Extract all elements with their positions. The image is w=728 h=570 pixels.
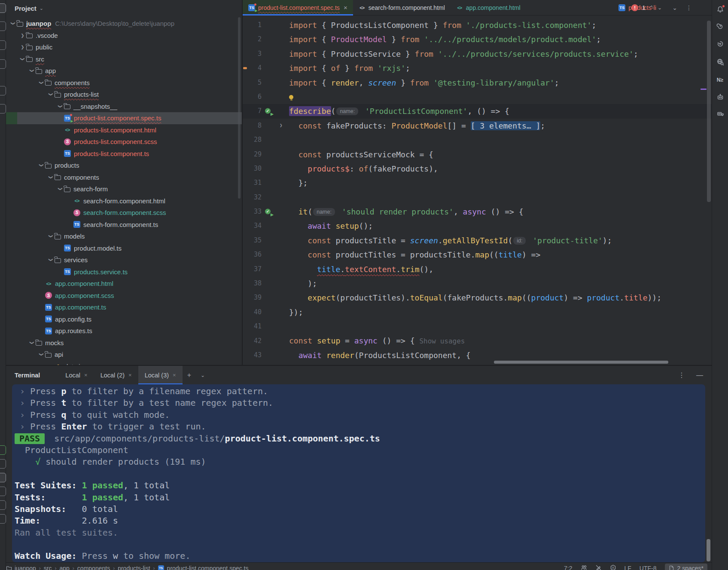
close-icon[interactable]: × <box>173 372 176 378</box>
tree-row[interactable]: Ssearch-form.component.scss <box>6 207 242 219</box>
inspection-widget[interactable]: ! 1 ⌃ ⌄ <box>631 4 662 11</box>
tree-expand-icon[interactable]: ❯ <box>38 80 45 85</box>
editor-tab[interactable]: <>app.component.html <box>451 0 526 15</box>
more-tools-icon[interactable] <box>0 104 6 113</box>
terminal-tool-icon[interactable] <box>0 473 6 482</box>
copilot-robot-icon[interactable] <box>716 93 725 101</box>
editor-horizontal-scrollbar[interactable] <box>494 361 668 364</box>
tree-expand-icon[interactable]: ❯ <box>28 340 36 345</box>
tree-row[interactable]: Sproducts-list.component.scss <box>6 136 242 148</box>
pull-requests-tool-icon[interactable] <box>0 40 6 50</box>
terminal-tab[interactable]: Local× <box>59 366 94 384</box>
test-passed-run-icon[interactable]: ✓▶ <box>265 108 271 115</box>
readonly-toggle-icon[interactable] <box>595 564 602 570</box>
tree-expand-icon[interactable]: ❯ <box>9 21 17 26</box>
editor-line[interactable]: 30 products$: of(fakeProducts), <box>243 162 712 176</box>
editor-line[interactable]: 37 title.textContent.trim(), <box>243 262 712 276</box>
breadcrumb-file[interactable]: product-list.component.spec.ts <box>167 565 249 570</box>
tree-row[interactable]: ❯search-form <box>6 183 242 195</box>
tree-row[interactable]: ❯mocks <box>6 337 242 349</box>
tree-expand-icon[interactable]: ❯ <box>19 45 26 49</box>
editor-line[interactable]: 4import { of } from 'rxjs'; <box>243 61 712 75</box>
tree-row[interactable]: ❯app <box>6 65 242 77</box>
ai-assistant-icon[interactable] <box>716 22 725 31</box>
ai-chat-robot-icon[interactable] <box>716 109 725 118</box>
tree-row[interactable]: ❯juanpopC:\Users\dany\Desktop\to_delete\… <box>6 18 242 30</box>
breadcrumb-item[interactable]: products-list <box>118 565 150 570</box>
intention-bulb-icon[interactable] <box>289 95 293 99</box>
terminal-scrollbar[interactable] <box>707 539 710 561</box>
tree-row[interactable]: ❯.vscode <box>6 30 242 42</box>
code-analysis-icon[interactable]: A <box>610 564 616 570</box>
tree-expand-icon[interactable]: ❯ <box>57 187 64 191</box>
terminal-tab[interactable]: Local (2)× <box>94 366 138 384</box>
terminal-minimize-icon[interactable]: — <box>696 371 703 379</box>
editor-line[interactable]: 41 <box>243 319 712 334</box>
tree-row[interactable]: TSproducts-list.component.ts <box>6 148 242 160</box>
editor-line[interactable]: 3import { ProductsService } from '../../… <box>243 47 712 61</box>
indent-indicator[interactable]: 2 spaces* <box>665 564 707 570</box>
editor-line[interactable]: 42const setup = async () => { Show usage… <box>243 334 712 348</box>
tree-row[interactable]: ❯src <box>6 53 242 65</box>
editor-tab[interactable]: TSproduct-list.component.spec.ts× <box>243 0 353 15</box>
tree-expand-icon[interactable]: ❯ <box>19 33 26 38</box>
endpoints-tool-icon[interactable] <box>0 459 6 469</box>
editor-line[interactable]: 40}); <box>243 305 712 319</box>
editor-line[interactable]: 34 await setup(); <box>243 219 712 233</box>
encoding-indicator[interactable]: UTF-8 <box>640 565 657 570</box>
tree-row[interactable]: TSproducts.service.ts <box>6 266 242 278</box>
editor-line[interactable]: 2import { ProductModel } from '../../pro… <box>243 32 712 46</box>
problems-tool-icon[interactable] <box>0 487 6 496</box>
tree-row[interactable]: ❯components <box>6 172 242 184</box>
editor-line[interactable]: 35 const productsTitle = screen.getAllBy… <box>243 233 712 248</box>
tree-row[interactable]: Sapp.component.scss <box>6 290 242 302</box>
line-separator-indicator[interactable]: LF <box>624 565 631 570</box>
prev-error-button[interactable]: ⌃ <box>649 5 654 11</box>
tree-row[interactable]: ❯__snapshots__ <box>6 101 242 113</box>
tree-expand-icon[interactable]: ❯ <box>47 175 55 180</box>
tree-expand-icon[interactable]: ❯ <box>28 68 36 73</box>
terminal-tab[interactable]: Local (3)× <box>138 366 183 384</box>
tree-expand-icon[interactable]: ❯ <box>47 92 55 97</box>
structure-tool-icon[interactable] <box>0 59 6 69</box>
tree-row[interactable]: ❯components <box>6 77 242 89</box>
tree-row[interactable]: ❯api <box>6 349 242 361</box>
editor-line[interactable]: 38 ); <box>243 276 712 291</box>
tree-row[interactable]: ❯public <box>6 41 242 53</box>
tree-row[interactable]: <>products-list.component.html <box>6 124 242 136</box>
code-with-me-icon[interactable] <box>581 564 587 570</box>
tab-list-chevron-icon[interactable]: ⌄ <box>668 0 682 15</box>
editor-line[interactable]: 7✓▶fdescribe(name: 'ProductListComponent… <box>243 104 712 118</box>
tab-options-kebab-icon[interactable]: ⋮ <box>682 0 696 15</box>
terminal-options-kebab-icon[interactable]: ⋮ <box>678 371 685 379</box>
tree-expand-icon[interactable]: ❯ <box>19 57 26 61</box>
tree-row[interactable]: TSproduct.model.ts <box>6 242 242 254</box>
tree-row[interactable]: <>app.component.html <box>6 278 242 290</box>
editor-line[interactable]: 8❯ const fakeProducts: ProductModel[] = … <box>243 119 712 133</box>
tree-expand-icon[interactable]: ❯ <box>47 234 55 239</box>
nx-console-icon[interactable]: N≥ <box>716 76 725 84</box>
version-control-tool-icon[interactable] <box>0 500 6 510</box>
editor-line[interactable]: 29 const productsServiceMock = { <box>243 147 712 162</box>
tree-row[interactable]: TSapp.config.ts <box>6 313 242 325</box>
tree-expand-icon[interactable]: ❯ <box>47 257 55 262</box>
code-area[interactable]: 1import { ProductsListComponent } from '… <box>243 15 712 365</box>
editor-line[interactable]: 36 const productTitles = productsTitle.m… <box>243 248 712 262</box>
close-icon[interactable]: × <box>128 372 132 378</box>
project-tool-icon[interactable] <box>0 3 6 13</box>
tree-row[interactable]: TSsearch-form.component.ts <box>6 219 242 231</box>
tree-expand-icon[interactable]: ❯ <box>57 104 64 109</box>
fold-collapsed-icon[interactable]: ❯ <box>280 119 283 133</box>
project-tree[interactable]: ❯juanpopC:\Users\dany\Desktop\to_delete\… <box>6 18 242 365</box>
tree-row[interactable]: <>search-form.component.html <box>6 195 242 207</box>
tree-row[interactable]: TSapp.component.ts <box>6 301 242 313</box>
terminal-type-chevron-icon[interactable]: ⌄ <box>196 366 210 384</box>
bookmarks-tool-icon[interactable] <box>0 86 6 95</box>
breadcrumb-item[interactable]: components <box>77 565 110 570</box>
tree-row[interactable]: TSapp.routes.ts <box>6 325 242 337</box>
project-panel-header[interactable]: Project ⌄ <box>6 0 242 16</box>
editor-line[interactable]: 39 expect(productTitles).toEqual(fakePro… <box>243 291 712 305</box>
editor-line[interactable]: 28 <box>243 133 712 147</box>
test-passed-run-icon[interactable]: ✓▶ <box>265 208 271 215</box>
tree-row[interactable]: ❯products-list <box>6 89 242 101</box>
